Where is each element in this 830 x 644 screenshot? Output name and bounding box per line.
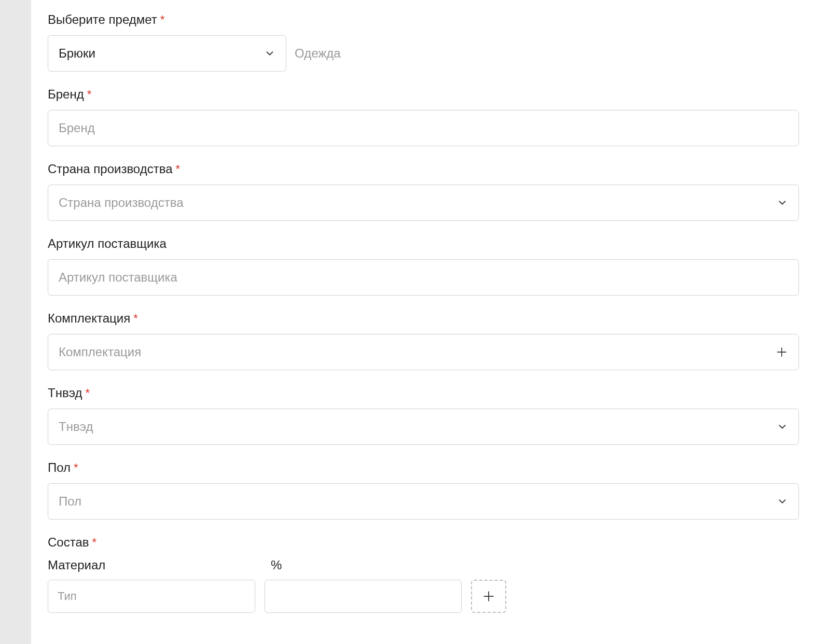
label-tnved: Тнвэд * [48,386,799,400]
field-brand: Бренд * [48,87,799,146]
label-kit: Комплектация * [48,311,799,326]
required-mark: * [92,536,97,549]
required-mark: * [74,461,78,474]
required-mark: * [160,13,165,26]
label-supplier-sku-text: Артикул поставщика [48,236,167,251]
composition-inputs-row [48,580,799,613]
label-percent: % [271,558,468,572]
brand-input-wrap [48,110,799,146]
country-placeholder: Страна производства [59,195,777,210]
gender-select[interactable]: Пол [48,483,799,520]
field-subject: Выберите предмет * Брюки Одежда [48,12,799,72]
field-gender: Пол * Пол [48,460,799,520]
plus-icon [482,590,495,603]
kit-addable[interactable]: Комплектация [48,334,799,370]
percent-input[interactable] [274,580,452,612]
supplier-sku-input[interactable] [59,260,788,295]
field-country: Страна производства * Страна производств… [48,162,799,221]
label-material: Материал [48,558,255,572]
required-mark: * [176,162,181,176]
subject-value: Брюки [59,46,95,61]
label-country-text: Страна производства [48,162,173,176]
supplier-sku-input-wrap [48,259,799,296]
required-mark: * [87,88,92,101]
chevron-down-icon [777,496,788,507]
chevron-down-icon [264,48,275,59]
country-select[interactable]: Страна производства [48,185,799,221]
label-brand-text: Бренд [48,87,84,102]
plus-icon [776,346,788,358]
label-composition-text: Состав [48,535,89,550]
label-gender-text: Пол [48,460,71,475]
field-kit: Комплектация * Комплектация [48,311,799,370]
tnved-select[interactable]: Тнвэд [48,409,799,445]
composition-labels-row: Материал % [48,558,799,580]
brand-input[interactable] [59,110,788,146]
required-mark: * [133,312,138,325]
required-mark: * [85,386,90,400]
field-supplier-sku: Артикул поставщика [48,236,799,296]
chevron-down-icon [777,197,788,208]
label-supplier-sku: Артикул поставщика [48,236,799,251]
subject-helper: Одежда [295,46,341,61]
subject-select[interactable]: Брюки [48,35,286,72]
add-composition-button[interactable] [471,580,506,613]
field-composition: Состав * Материал % [48,535,799,613]
label-brand: Бренд * [48,87,799,102]
label-subject-text: Выберите предмет [48,12,157,27]
label-country: Страна производства * [48,162,799,176]
label-kit-text: Комплектация [48,311,130,326]
kit-placeholder: Комплектация [59,345,141,359]
gender-placeholder: Пол [59,494,777,509]
label-composition: Состав * [48,535,799,550]
label-tnved-text: Тнвэд [48,386,82,400]
percent-input-wrap [265,580,462,613]
form-page: Выберите предмет * Брюки Одежда Бренд * … [31,0,830,644]
material-input-wrap [48,580,255,613]
label-subject: Выберите предмет * [48,12,799,27]
tnved-placeholder: Тнвэд [59,419,777,434]
chevron-down-icon [777,421,788,432]
subject-row: Брюки Одежда [48,35,799,72]
label-gender: Пол * [48,460,799,475]
field-tnved: Тнвэд * Тнвэд [48,386,799,445]
material-input[interactable] [58,580,245,612]
